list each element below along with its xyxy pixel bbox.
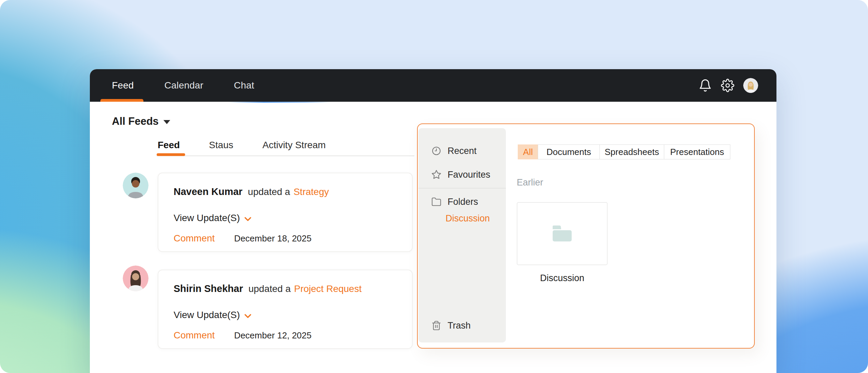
feed-author: Naveen Kumar xyxy=(174,186,242,197)
feed-object-link[interactable]: Strategy xyxy=(294,186,329,197)
subtabs-divider xyxy=(157,155,414,156)
feed-card-headline: Naveen Kumar updated a Strategy xyxy=(174,186,329,197)
sidebar-item-label: Recent xyxy=(448,146,477,156)
sidebar-item-folders[interactable]: Folders xyxy=(418,195,506,209)
tab-spreadsheets[interactable]: Spreadsheets xyxy=(599,144,664,159)
feed-filter-dropdown[interactable]: All Feeds xyxy=(112,115,170,127)
section-label-earlier: Earlier xyxy=(517,177,543,188)
app-window: Feed Calendar Chat xyxy=(90,69,776,373)
trash-icon xyxy=(431,320,441,331)
comment-button[interactable]: Comment xyxy=(174,233,215,244)
feed-card-footer: Comment December 12, 2025 xyxy=(174,330,312,341)
nav-tab-calendar[interactable]: Calendar xyxy=(164,69,203,102)
feed-author: Shirin Shekhar xyxy=(174,283,243,294)
top-nav-tabs: Feed Calendar Chat xyxy=(112,69,285,102)
nav-tab-chat[interactable]: Chat xyxy=(234,69,254,102)
feed-filter-label: All Feeds xyxy=(112,115,159,127)
folder-icon xyxy=(431,197,441,207)
view-updates-label: View Update(S) xyxy=(174,213,240,223)
sidebar-item-label: Discussion xyxy=(446,213,490,224)
chevron-down-icon xyxy=(244,217,252,221)
files-panel: Recent Favourites Folders Discussion xyxy=(417,123,755,349)
top-navigation-bar: Feed Calendar Chat xyxy=(90,69,776,102)
user-avatar[interactable] xyxy=(743,78,758,93)
sidebar-item-discussion[interactable]: Discussion xyxy=(418,212,506,225)
view-updates-button[interactable]: View Update(S) xyxy=(174,213,252,223)
feed-action-text: updated a xyxy=(249,283,291,294)
sidebar-item-trash[interactable]: Trash xyxy=(418,319,506,332)
subtab-activity-stream[interactable]: Activity Stream xyxy=(262,140,326,151)
nav-right-actions xyxy=(698,69,758,102)
desktop-background: Feed Calendar Chat xyxy=(0,0,868,373)
file-type-tabs: All Documents Spreadsheets Presentations xyxy=(518,144,730,159)
feed-action-text: updated a xyxy=(248,186,290,197)
nav-tab-calendar-label: Calendar xyxy=(164,80,203,91)
view-updates-button[interactable]: View Update(S) xyxy=(174,310,252,320)
tab-documents[interactable]: Documents xyxy=(538,144,600,159)
chevron-down-icon xyxy=(163,120,170,124)
sidebar-divider xyxy=(418,188,506,189)
feed-card-headline: Shirin Shekhar updated a Project Request xyxy=(174,283,361,294)
subtab-status[interactable]: Staus xyxy=(209,140,233,151)
folder-glyph-icon xyxy=(552,225,572,242)
tab-presentations[interactable]: Presentations xyxy=(664,144,730,159)
clock-icon xyxy=(431,146,441,156)
feed-card: Shirin Shekhar updated a Project Request… xyxy=(158,270,413,349)
star-icon xyxy=(431,170,441,180)
sidebar-item-favourites[interactable]: Favourites xyxy=(418,168,506,181)
feed-date: December 12, 2025 xyxy=(234,330,311,341)
chevron-down-icon xyxy=(244,314,252,318)
feed-card: Naveen Kumar updated a Strategy View Upd… xyxy=(158,173,413,252)
subtab-active-indicator xyxy=(157,153,185,156)
files-panel-sidebar: Recent Favourites Folders Discussion xyxy=(418,128,506,342)
feed-subtabs: Feed Staus Activity Stream xyxy=(158,140,326,151)
gear-icon[interactable] xyxy=(721,79,734,92)
sidebar-item-label: Favourites xyxy=(448,170,490,180)
nav-tab-feed[interactable]: Feed xyxy=(112,69,134,102)
feed-date: December 18, 2025 xyxy=(234,233,311,244)
feed-object-link[interactable]: Project Request xyxy=(294,283,361,294)
folder-card-discussion[interactable] xyxy=(517,202,608,265)
sidebar-item-recent[interactable]: Recent xyxy=(418,144,506,158)
sidebar-item-label: Folders xyxy=(448,197,478,207)
avatar xyxy=(123,266,149,291)
bell-icon[interactable] xyxy=(698,79,712,92)
nav-tab-feed-label: Feed xyxy=(112,80,134,91)
comment-button[interactable]: Comment xyxy=(174,330,215,341)
tab-all[interactable]: All xyxy=(518,144,538,159)
sidebar-item-label: Trash xyxy=(448,320,471,331)
feed-card-footer: Comment December 18, 2025 xyxy=(174,233,312,244)
folder-name: Discussion xyxy=(517,273,608,283)
avatar xyxy=(123,173,149,198)
nav-tab-chat-label: Chat xyxy=(234,80,254,91)
subtab-feed[interactable]: Feed xyxy=(158,140,180,151)
view-updates-label: View Update(S) xyxy=(174,310,240,320)
